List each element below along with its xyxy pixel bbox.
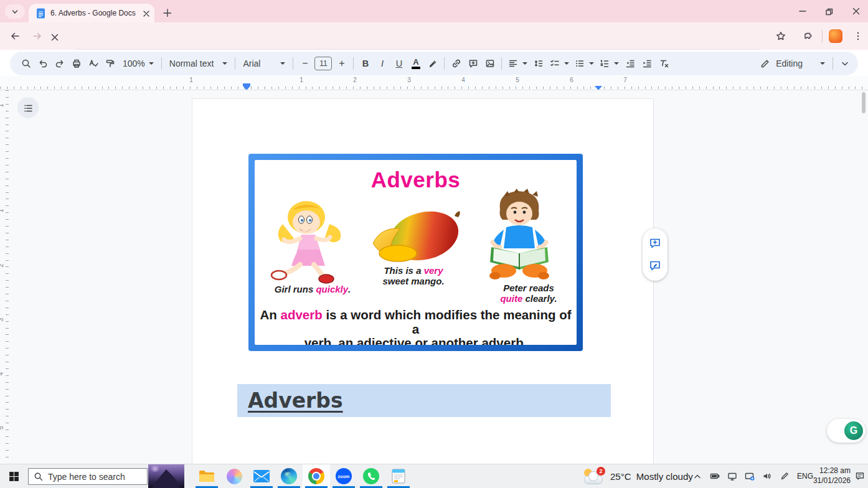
adverbs-poster-image[interactable]: Adverbs <box>248 154 583 351</box>
new-tab-button[interactable] <box>159 5 174 20</box>
window-close-button[interactable] <box>847 3 866 19</box>
checklist-select[interactable] <box>547 55 572 72</box>
back-button[interactable] <box>6 27 24 45</box>
hide-menus-button[interactable] <box>836 55 853 72</box>
taskbar-chrome-active[interactable] <box>303 464 330 488</box>
tray-pen[interactable] <box>776 464 793 488</box>
taskbar-whatsapp[interactable] <box>357 464 385 488</box>
taskbar-copilot[interactable] <box>220 464 248 488</box>
font-size-field[interactable]: 11 <box>314 57 332 70</box>
grammarly-logo: G <box>844 421 863 440</box>
stop-loading-button[interactable] <box>45 27 62 45</box>
spell-check-button[interactable] <box>85 55 101 72</box>
document-page[interactable]: Adverbs <box>192 98 654 464</box>
bulleted-list-select[interactable] <box>572 55 597 72</box>
font-select[interactable]: Arial <box>238 55 290 72</box>
link-icon <box>451 58 462 69</box>
tray-action-center[interactable] <box>852 464 868 488</box>
tray-clock[interactable]: 12:28 am 31/01/2026 <box>816 464 851 488</box>
start-button[interactable] <box>0 464 27 488</box>
tray-show-hidden-icons[interactable] <box>689 464 706 488</box>
suggest-edit-icon[interactable] <box>648 259 662 273</box>
align-select[interactable] <box>505 55 530 72</box>
add-comment-button[interactable] <box>465 55 481 72</box>
docs-toolbar-row: 100% Normal text Arial − 11 + B I U A <box>0 50 868 76</box>
monitor-icon <box>727 471 737 481</box>
margin-action-pill <box>643 228 668 281</box>
search-menus-button[interactable] <box>17 55 34 72</box>
window-restore-button[interactable] <box>819 3 838 19</box>
taskbar-file-explorer[interactable] <box>193 464 220 488</box>
document-heading[interactable]: Adverbs <box>248 388 343 413</box>
tray-volume[interactable] <box>758 464 776 488</box>
plus-icon <box>163 9 171 17</box>
increase-indent-button[interactable] <box>638 55 655 72</box>
paint-format-button[interactable] <box>101 55 118 72</box>
taskbar-zoom[interactable]: zoom <box>330 464 357 488</box>
ruler-number: 5 <box>516 77 519 83</box>
ruler-ticks <box>0 87 868 89</box>
zoom-select[interactable]: 100% <box>118 55 158 72</box>
numbered-list-select[interactable] <box>597 55 621 72</box>
window-minimize-button[interactable] <box>793 3 812 19</box>
extensions-button[interactable] <box>800 27 817 45</box>
clear-formatting-button[interactable] <box>655 55 672 72</box>
undo-button[interactable] <box>34 55 51 72</box>
taskbar-notepad[interactable] <box>385 464 412 488</box>
adverb-word: quite <box>500 293 522 304</box>
search-highlight-image[interactable] <box>148 464 184 488</box>
forward-button[interactable] <box>29 27 46 45</box>
ruler-number: 1 <box>300 77 303 83</box>
browser-menu-button[interactable] <box>849 27 867 45</box>
bookmark-button[interactable] <box>772 27 790 45</box>
tab-search-button[interactable] <box>5 4 25 19</box>
selected-heading-highlight[interactable]: Adverbs <box>237 384 611 417</box>
search-icon <box>21 58 32 69</box>
highlight-color-button[interactable] <box>424 55 441 72</box>
horizontal-ruler[interactable]: 1 1 2 3 4 5 6 7 <box>0 76 868 90</box>
ruler-number: 5 <box>0 426 4 430</box>
caret-down-icon <box>522 62 527 65</box>
outdent-icon <box>625 58 636 69</box>
browser-tab[interactable]: 6. Adverbs - Google Docs <box>29 4 154 22</box>
italic-button[interactable]: I <box>374 55 390 72</box>
first-line-indent-marker[interactable] <box>243 83 250 86</box>
edge-icon <box>281 468 297 484</box>
add-comment-icon[interactable] <box>648 237 662 250</box>
insert-image-button[interactable] <box>481 55 498 72</box>
mango-caption: This is a very sweet mango. <box>367 266 460 287</box>
chevron-up-icon <box>692 471 702 481</box>
minimize-icon <box>799 7 806 15</box>
document-canvas[interactable]: 1 1 2 3 4 5 Adverbs <box>0 90 868 464</box>
mode-select[interactable]: Editing <box>755 55 829 72</box>
print-button[interactable] <box>68 55 85 72</box>
line-spacing-button[interactable] <box>530 55 547 72</box>
taskbar-weather[interactable]: 2 25°C Mostly cloudy <box>583 464 693 488</box>
scrollbar-thumb[interactable] <box>862 92 866 113</box>
tray-language[interactable]: ENG <box>795 464 816 488</box>
decrease-indent-button[interactable] <box>621 55 638 72</box>
bold-button[interactable]: B <box>357 55 374 72</box>
chrome-icon <box>308 468 324 484</box>
redo-button[interactable] <box>51 55 68 72</box>
grammarly-widget[interactable]: G <box>827 419 866 443</box>
text-color-button[interactable]: A <box>407 55 424 72</box>
underline-button[interactable]: U <box>390 55 407 72</box>
tray-battery[interactable] <box>706 464 724 488</box>
taskbar-mail[interactable] <box>248 464 275 488</box>
extension-shortcut[interactable] <box>827 27 844 45</box>
tray-screen-share[interactable] <box>741 464 758 488</box>
tab-close-icon[interactable] <box>143 10 149 17</box>
tray-display[interactable] <box>724 464 741 488</box>
show-document-outline-button[interactable] <box>17 97 39 118</box>
copilot-icon <box>227 469 242 484</box>
text-color-bar <box>412 67 420 69</box>
styles-select[interactable]: Normal text <box>165 55 232 72</box>
taskbar-edge[interactable] <box>275 464 303 488</box>
increase-font-size-button[interactable]: + <box>333 55 350 72</box>
adverb-word: adverb <box>280 307 322 322</box>
taskbar-search-box[interactable]: Type here to search <box>28 468 148 485</box>
decrease-font-size-button[interactable]: − <box>296 55 313 72</box>
insert-link-button[interactable] <box>448 55 465 72</box>
vertical-ruler[interactable]: 1 1 2 3 4 5 <box>0 90 9 464</box>
